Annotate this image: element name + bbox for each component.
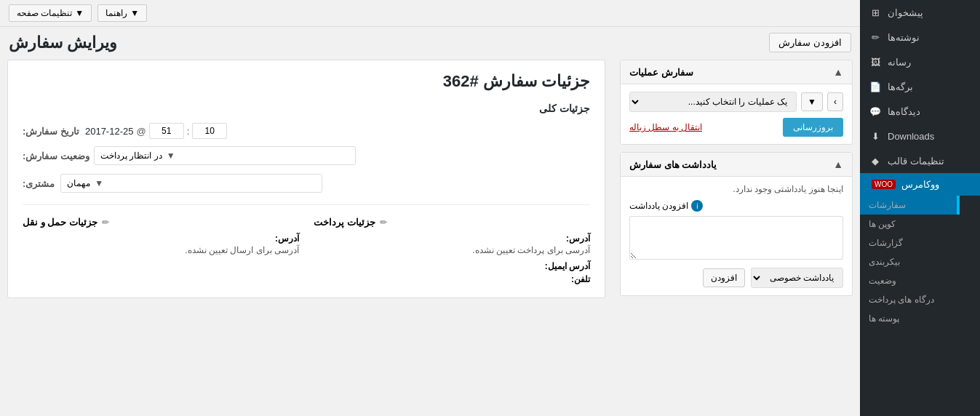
date-hour-input[interactable] [192, 123, 227, 139]
status-label: وضعیت سفارش: [23, 151, 89, 161]
sidebar-item-label: تنظیمات قالب [888, 156, 944, 167]
panel-toggle-actions[interactable]: ▲ [833, 66, 843, 78]
order-notes-body: اینجا هنوز یادداشتی وجود ندارد. i افزودن… [621, 177, 852, 295]
page-settings-button[interactable]: ▼ تنظیمات صفحه [9, 4, 92, 22]
sidebar-sub-label: سفارشات [869, 200, 906, 210]
sidebar-item-orders[interactable]: سفارشات [860, 196, 960, 215]
billing-address-label: آدرس: [314, 233, 590, 244]
sidebar-item-dashboard[interactable]: پیشخوان ⊞ [860, 0, 980, 25]
billing-title-text: جزئیات پرداخت [314, 217, 375, 228]
status-value: در انتظار پرداخت [100, 151, 162, 161]
sidebar-item-label: رسانه [888, 57, 911, 68]
comments-icon: 💬 [869, 105, 882, 118]
page-settings-label: تنظیمات صفحه [17, 8, 72, 18]
billing-title: ✏ جزئیات پرداخت [314, 217, 590, 228]
woo-badge: WOO [872, 180, 896, 189]
status-chevron-icon2: ▼ [95, 178, 103, 188]
order-card: جزئیات سفارش #362 جزئیات کلی : @ 2017-12… [7, 60, 605, 298]
order-actions-body: › ▼ یک عملیات را انتخاب کنید... بروزرسان… [621, 84, 852, 144]
status-chevron-icon: ▼ [167, 151, 175, 161]
billing-address-value: آدرسی برای پرداخت تعیین نشده. [314, 245, 590, 255]
at-symbol: @ [136, 126, 146, 137]
date-value: 2017-12-25 [85, 126, 134, 137]
general-section-title: جزئیات کلی [23, 103, 590, 114]
shipping-section: ✏ جزئیات حمل و نقل آدرس: آدرسی برای ارسا… [23, 217, 299, 286]
woocommerce-label: ووکامرس [901, 179, 939, 190]
dashboard-icon: ⊞ [869, 6, 882, 19]
sidebar-item-extensions[interactable]: پوسته ها [860, 309, 960, 328]
refresh-button[interactable]: بروزرسانی [783, 118, 843, 137]
add-order-button[interactable]: افزودن سفارش [769, 33, 851, 52]
page-title: ویرایش سفارش [9, 33, 117, 52]
note-type-select[interactable]: یادداشت خصوصی [751, 268, 843, 288]
sidebar-item-label: پیشخوان [888, 7, 923, 18]
sidebar-sub-label: پوسته ها [869, 313, 899, 324]
left-panels: ▲ سفارش عملیات › ▼ یک عملیات را انتخاب ک… [613, 52, 860, 416]
order-title: جزئیات سفارش #362 [23, 72, 590, 91]
date-minute-input[interactable] [149, 123, 184, 139]
help-button[interactable]: ▼ راهنما [97, 4, 147, 22]
woocommerce-section-header[interactable]: ووکامرس WOO [860, 173, 980, 196]
billing-edit-icon[interactable]: ✏ [380, 217, 387, 228]
sidebar-item-label: برگه‌ها [888, 81, 913, 92]
billing-email-label: آدرس ایمیل: [314, 261, 590, 271]
add-note-button[interactable]: افزودن [703, 268, 745, 287]
sidebar-item-branding[interactable]: بیکربندی [860, 252, 960, 271]
billing-section: ✏ جزئیات پرداخت آدرس: آدرسی برای پرداخت … [314, 217, 590, 286]
billing-phone-label: تلفن: [314, 274, 590, 284]
main-content: ▼ راهنما ▼ تنظیمات صفحه افزودن سفارش ویر… [0, 0, 860, 416]
status-field-row: ▼ در انتظار پرداخت وضعیت سفارش: [23, 146, 590, 165]
sidebar-item-pages[interactable]: برگه‌ها 📄 [860, 74, 980, 99]
sidebar-item-label: دیدگاه‌ها [888, 106, 920, 117]
sidebar-item-comments[interactable]: دیدگاه‌ها 💬 [860, 99, 980, 124]
sidebar-item-downloads[interactable]: Downloads ⬇ [860, 124, 980, 148]
note-footer: یادداشت خصوصی افزودن [629, 268, 843, 288]
shipping-address-label: آدرس: [23, 233, 299, 244]
order-actions-panel: ▲ سفارش عملیات › ▼ یک عملیات را انتخاب ک… [620, 60, 853, 145]
downloads-icon: ⬇ [869, 129, 882, 143]
sidebar-item-status[interactable]: وضعیت [860, 271, 960, 290]
section-divider [23, 204, 590, 205]
sidebar-item-media[interactable]: رسانه 🖼 [860, 49, 980, 74]
sidebar-sub-label: گزارشات [869, 238, 903, 248]
date-inputs: : @ 2017-12-25 [85, 123, 227, 139]
sidebar-item-posts[interactable]: نوشته‌ها ✏ [860, 25, 980, 49]
note-textarea[interactable] [629, 216, 843, 260]
posts-icon: ✏ [869, 31, 882, 44]
order-main-area: جزئیات سفارش #362 جزئیات کلی : @ 2017-12… [0, 52, 613, 416]
action-select[interactable]: یک عملیات را انتخاب کنید... [629, 92, 797, 112]
add-note-label-text: افزودن یادداشت [629, 201, 688, 211]
shipping-edit-icon[interactable]: ✏ [102, 217, 109, 228]
shipping-title-text: جزئیات حمل و نقل [23, 217, 97, 228]
page-body: ▲ سفارش عملیات › ▼ یک عملیات را انتخاب ک… [0, 52, 860, 416]
customer-value: مهمان [67, 178, 90, 188]
billing-shipping-grid: ✏ جزئیات پرداخت آدرس: آدرسی برای پرداخت … [23, 217, 590, 286]
sidebar-sub-label: وضعیت [869, 276, 896, 286]
no-notes-text: اینجا هنوز یادداشتی وجود ندارد. [629, 184, 843, 194]
time-separator: : [187, 126, 190, 137]
sidebar-sub-label: کوپن ها [869, 219, 896, 229]
sidebar-item-gateways[interactable]: درگاه های پرداخت [860, 290, 960, 309]
page-title-bar: افزودن سفارش ویرایش سفارش [0, 27, 860, 52]
order-notes-title: یادداشت های سفارش [629, 159, 717, 170]
sidebar-sub-label: درگاه های پرداخت [869, 295, 934, 305]
order-notes-panel: ▲ یادداشت های سفارش اینجا هنوز یادداشتی … [620, 152, 853, 296]
customer-label: مشتری: [23, 178, 55, 189]
sidebar-sub-label: بیکربندی [869, 257, 900, 267]
panel-toggle-notes[interactable]: ▲ [833, 159, 843, 170]
order-notes-panel-header: ▲ یادداشت های سفارش [621, 153, 852, 177]
sidebar-item-coupons[interactable]: کوپن ها [860, 215, 960, 233]
info-icon[interactable]: i [691, 200, 703, 212]
help-label: راهنما [105, 8, 127, 18]
sidebar-item-label: نوشته‌ها [888, 32, 920, 43]
action-dropdown-button[interactable]: ▼ [801, 92, 823, 111]
date-label: تاریخ سفارش: [23, 126, 79, 137]
trash-link[interactable]: انتقال به سطل زباله [629, 122, 702, 132]
chevron-down-icon: ▼ [75, 8, 84, 18]
order-actions-title: سفارش عملیات [629, 67, 693, 78]
sidebar-item-appearance[interactable]: تنظیمات قالب ◆ [860, 148, 980, 173]
top-toolbar: ▼ راهنما ▼ تنظیمات صفحه [0, 0, 860, 27]
status-select-container: ▼ در انتظار پرداخت وضعیت سفارش: [23, 146, 590, 165]
action-chevron-button[interactable]: › [827, 92, 843, 111]
sidebar-item-reports[interactable]: گزارشات [860, 233, 960, 252]
